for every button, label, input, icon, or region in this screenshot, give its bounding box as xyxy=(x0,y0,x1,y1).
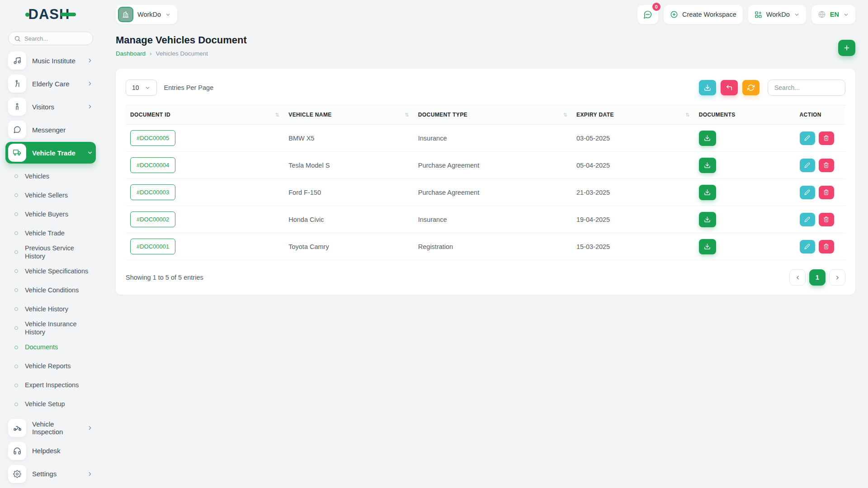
workspace-switcher-button[interactable]: WorkDo xyxy=(116,5,177,24)
expiry-date-cell: 19-04-2025 xyxy=(572,206,694,233)
chevron-down-icon xyxy=(165,12,171,18)
refresh-button[interactable] xyxy=(742,80,760,95)
download-document-button[interactable] xyxy=(699,212,716,227)
download-document-button[interactable] xyxy=(699,185,716,200)
sidebar-subitem-label: Vehicle Conditions xyxy=(25,286,79,294)
delete-document-button[interactable] xyxy=(819,131,834,145)
edit-document-button[interactable] xyxy=(800,213,815,226)
chevron-down-icon xyxy=(87,150,93,156)
column-header-action: ACTION xyxy=(795,105,845,125)
topbar: WorkDo 0 Create Workspace WorkDo xyxy=(116,4,855,25)
sidebar-subitem-vehicle-setup[interactable]: Vehicle Setup xyxy=(9,395,96,414)
sidebar-subitem-label: Previous Service History xyxy=(25,244,96,260)
language-selector[interactable]: EN xyxy=(811,5,855,24)
messages-button[interactable]: 0 xyxy=(637,5,658,24)
column-header-document-type[interactable]: DOCUMENT TYPE⇅ xyxy=(414,105,572,125)
sidebar-item-settings[interactable]: Settings xyxy=(5,463,96,485)
column-header-expiry-date[interactable]: EXPIRY DATE⇅ xyxy=(572,105,694,125)
app-logo[interactable]: DASH xyxy=(5,0,96,29)
sidebar-subitem-vehicle-specifications[interactable]: Vehicle Specifications xyxy=(9,262,96,281)
edit-document-button[interactable] xyxy=(800,131,815,145)
sidebar-item-messenger[interactable]: Messenger xyxy=(5,119,96,141)
export-download-button[interactable] xyxy=(699,80,716,95)
sidebar-subitem-vehicle-trade[interactable]: Vehicle Trade xyxy=(9,224,96,243)
sidebar-item-vehicle-trade[interactable]: Vehicle Trade xyxy=(5,142,96,164)
sidebar-subitem-documents[interactable]: Documents xyxy=(9,338,96,357)
sidebar-subitem-previous-service-history[interactable]: Previous Service History xyxy=(9,243,96,262)
sidebar-subitem-label: Expert Inspections xyxy=(25,381,79,389)
breadcrumb-dashboard-link[interactable]: Dashboard xyxy=(116,50,146,57)
search-icon xyxy=(14,35,21,42)
documents-card: 10 Entries Per Page xyxy=(116,69,855,295)
edit-document-button[interactable] xyxy=(800,186,815,199)
delete-document-button[interactable] xyxy=(819,240,834,253)
delete-document-button[interactable] xyxy=(819,213,834,226)
trash-icon xyxy=(823,189,829,195)
chevron-right-icon xyxy=(87,425,93,431)
delete-document-button[interactable] xyxy=(819,186,834,199)
sidebar-subitem-expert-inspections[interactable]: Expert Inspections xyxy=(9,376,96,395)
sort-icon: ⇅ xyxy=(685,112,690,118)
sidebar-item-label: Elderly Care xyxy=(32,80,81,88)
sidebar-subitem-label: Vehicle Reports xyxy=(25,362,71,370)
chevron-down-icon xyxy=(794,12,800,18)
main-content: WorkDo 0 Create Workspace WorkDo xyxy=(101,0,868,488)
bullet-circle-icon xyxy=(14,174,18,178)
pagination-previous-button[interactable] xyxy=(789,269,806,286)
sidebar-item-helpdesk[interactable]: Helpdesk xyxy=(5,440,96,462)
trash-icon xyxy=(823,162,829,168)
column-header-vehicle-name[interactable]: VEHICLE NAME⇅ xyxy=(284,105,414,125)
globe-icon xyxy=(818,10,826,19)
bullet-circle-icon xyxy=(14,326,18,330)
sidebar-subitem-vehicle-insurance-history[interactable]: Vehicle Insurance History xyxy=(9,319,96,338)
chevron-right-icon xyxy=(87,80,93,87)
pagination-page-1-button[interactable]: 1 xyxy=(809,269,826,286)
topbar-actions: 0 Create Workspace WorkDo EN xyxy=(637,5,855,24)
download-document-button[interactable] xyxy=(699,131,716,146)
column-header-document-id[interactable]: DOCUMENT ID⇅ xyxy=(126,105,284,125)
sidebar-item-vehicle-inspection[interactable]: Vehicle Inspection xyxy=(5,417,96,439)
breadcrumb-current: Vehicles Document xyxy=(156,50,208,57)
create-document-button[interactable] xyxy=(838,40,855,56)
sidebar-item-music-institute[interactable]: Music Institute xyxy=(5,50,96,71)
download-document-button[interactable] xyxy=(699,158,716,173)
reset-filters-button[interactable] xyxy=(721,80,738,95)
sort-icon: ⇅ xyxy=(563,112,567,118)
breadcrumb-separator: › xyxy=(150,50,152,57)
sidebar-subitem-vehicle-reports[interactable]: Vehicle Reports xyxy=(9,357,96,376)
pagination-next-button[interactable] xyxy=(829,269,845,286)
expiry-date-cell: 05-04-2025 xyxy=(572,152,694,179)
sidebar-subitem-vehicle-history[interactable]: Vehicle History xyxy=(9,300,96,319)
sidebar-subitem-label: Vehicle Insurance History xyxy=(25,320,96,336)
edit-document-button[interactable] xyxy=(800,240,815,253)
sidebar-subitem-vehicles[interactable]: Vehicles xyxy=(9,167,96,186)
page-header: Manage Vehicles Document Dashboard › Veh… xyxy=(116,34,855,57)
sidebar-item-elderly-care[interactable]: Elderly Care xyxy=(5,73,96,94)
plus-circle-icon xyxy=(670,10,678,19)
sidebar-subitem-vehicle-buyers[interactable]: Vehicle Buyers xyxy=(9,205,96,224)
entries-per-page-select[interactable]: 10 xyxy=(126,80,157,96)
download-icon xyxy=(704,84,711,91)
workdo-dropdown-label: WorkDo xyxy=(766,11,790,18)
plus-icon xyxy=(843,44,850,52)
sidebar-item-label: Music Institute xyxy=(32,57,81,65)
document-type-cell: Purchase Agreement xyxy=(414,152,572,179)
sidebar-subitem-vehicle-sellers[interactable]: Vehicle Sellers xyxy=(9,186,96,205)
sidebar-search-input[interactable] xyxy=(24,35,87,42)
vehicle-name-cell: Honda Civic xyxy=(284,206,414,233)
workdo-dropdown[interactable]: WorkDo xyxy=(748,5,806,24)
delete-document-button[interactable] xyxy=(819,159,834,172)
workspace-name: WorkDo xyxy=(137,11,161,18)
column-header-documents: DOCUMENTS xyxy=(694,105,795,125)
sidebar-search[interactable] xyxy=(8,32,93,45)
sidebar-item-visitors[interactable]: Visitors xyxy=(5,96,96,117)
trash-icon xyxy=(823,135,829,141)
download-document-button[interactable] xyxy=(699,239,716,254)
expiry-date-cell: 21-03-2025 xyxy=(572,179,694,206)
edit-document-button[interactable] xyxy=(800,159,815,172)
sidebar-subitem-vehicle-conditions[interactable]: Vehicle Conditions xyxy=(9,281,96,300)
create-workspace-button[interactable]: Create Workspace xyxy=(664,5,743,24)
table-search-input[interactable] xyxy=(768,80,845,96)
table-row: #DOC00003 Ford F-150 Purchase Agreement … xyxy=(126,179,845,206)
sidebar-subitem-label: Vehicle History xyxy=(25,305,68,313)
